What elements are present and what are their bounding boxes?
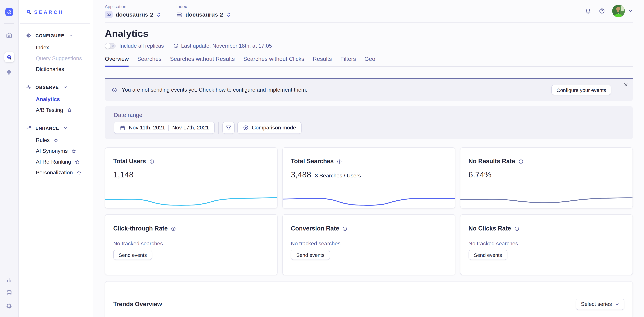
section-header-enhance[interactable]: ENHANCE [18, 125, 93, 132]
app-window: SEARCH CONFIGURE Index Que [0, 0, 644, 317]
play-circle-icon [243, 125, 249, 131]
section-label: OBSERVE [36, 85, 59, 90]
info-icon[interactable] [342, 226, 348, 232]
card-title: Total Users [113, 158, 146, 165]
star-icon [75, 159, 80, 164]
configure-events-button[interactable]: Configure your events [552, 85, 612, 95]
index-selector[interactable]: Index docusaurus-2 [176, 4, 231, 18]
recommend-lightbulb-icon[interactable] [6, 69, 12, 76]
close-icon[interactable] [624, 82, 628, 87]
star-icon [72, 148, 76, 154]
sidebar-item-dictionaries[interactable]: Dictionaries [36, 64, 93, 75]
database-icon[interactable] [6, 290, 12, 296]
select-updown-icon [156, 12, 162, 18]
sidebar-item-ab-testing[interactable]: A/B Testing [36, 105, 93, 116]
card-no-results-rate: No Results Rate 6.74% [460, 148, 633, 209]
tab-geo[interactable]: Geo [364, 56, 375, 66]
activity-icon [26, 84, 32, 90]
funnel-icon [226, 125, 232, 131]
chevron-down-icon [69, 34, 73, 38]
search-product-icon [6, 54, 12, 60]
sparkline-no-results-rate [460, 194, 632, 208]
star-icon [76, 170, 82, 175]
info-icon[interactable] [149, 159, 154, 164]
card-title: Click-through Rate [113, 225, 168, 232]
avatar[interactable] [612, 4, 625, 17]
sidebar-item-personalization[interactable]: Personalization [36, 167, 93, 178]
card-value: 3,488 [291, 170, 311, 180]
select-updown-icon [226, 12, 231, 18]
tab-searches-without-results[interactable]: Searches without Results [170, 56, 235, 66]
section-header-observe[interactable]: OBSERVE [18, 84, 93, 90]
sidebar-item-analytics[interactable]: Analytics [36, 94, 93, 105]
sidebar-item-rules[interactable]: Rules [36, 135, 93, 146]
event-cards-row: Click-through Rate No tracked searches S… [105, 214, 633, 275]
sparkline-total-users [105, 194, 278, 208]
tab-filters[interactable]: Filters [340, 56, 356, 66]
analytics-tabs: Overview Searches Searches without Resul… [105, 56, 633, 66]
sidebar-section-configure: CONFIGURE Index Query Suggestions Dictio… [18, 32, 93, 75]
application-badge: D2 [105, 11, 112, 18]
card-total-users: Total Users 1,148 [105, 148, 278, 209]
section-header-configure[interactable]: CONFIGURE [18, 32, 93, 39]
index-label: Index [176, 4, 231, 9]
info-icon[interactable] [337, 159, 342, 164]
info-icon[interactable] [514, 226, 520, 232]
home-icon[interactable] [6, 32, 12, 38]
empty-state-text: No tracked searches [113, 241, 269, 247]
sparkline-total-searches [283, 194, 455, 208]
product-logo-text: SEARCH [34, 9, 64, 15]
tab-results[interactable]: Results [313, 56, 332, 66]
replica-row: × Include all replicas Last update: Nove… [105, 43, 633, 49]
trends-overview-card: Trends Overview Select series [105, 281, 633, 317]
date-range-panel: Date range Nov 11th, 2021 Nov 17th, 2021 [105, 106, 633, 140]
stopwatch-icon [6, 10, 12, 14]
tab-searches-without-clicks[interactable]: Searches without Clicks [243, 56, 304, 66]
card-note: 3 Searches / Users [315, 173, 361, 179]
date-separator [168, 125, 169, 131]
application-selector[interactable]: Application D2 docusaurus-2 [105, 4, 162, 18]
send-events-button[interactable]: Send events [468, 250, 508, 260]
account-chevron-down-icon[interactable] [628, 8, 633, 13]
comparison-mode-button[interactable]: Comparison mode [237, 122, 302, 134]
card-title: No Results Rate [468, 158, 515, 165]
star-icon [54, 138, 58, 143]
vertical-divider [218, 122, 219, 134]
filter-button[interactable] [222, 122, 234, 134]
clock-icon [173, 43, 179, 49]
trending-up-icon [26, 126, 32, 131]
tab-searches[interactable]: Searches [137, 56, 162, 66]
include-replicas-label: Include all replicas [119, 43, 164, 49]
bell-icon[interactable] [585, 8, 591, 14]
sidebar-item-ai-re-ranking[interactable]: AI Re-Ranking [36, 156, 93, 167]
last-update-text: Last update: November 18th, at 17:05 [181, 43, 272, 49]
card-conversion-rate: Conversion Rate No tracked searches Send… [282, 214, 455, 275]
settings-gear-icon[interactable] [6, 303, 12, 310]
send-events-button[interactable]: Send events [113, 250, 152, 260]
chevron-down-icon [63, 85, 67, 89]
gear-icon [26, 33, 32, 38]
select-series-label: Select series [581, 301, 612, 307]
sidebar: SEARCH CONFIGURE Index Que [18, 0, 93, 317]
product-logo[interactable]: SEARCH [18, 8, 93, 16]
search-logo-icon [26, 9, 32, 14]
sidebar-item-ai-synonyms[interactable]: AI Synonyms [36, 146, 93, 156]
last-update: Last update: November 18th, at 17:05 [173, 43, 272, 49]
tab-overview[interactable]: Overview [105, 56, 129, 66]
sidebar-item-query-suggestions[interactable]: Query Suggestions [36, 53, 93, 64]
info-icon[interactable] [518, 159, 524, 164]
application-value: docusaurus-2 [116, 11, 153, 18]
include-replicas-toggle[interactable]: × [105, 43, 116, 49]
date-range-button[interactable]: Nov 11th, 2021 Nov 17th, 2021 [114, 122, 215, 134]
chevron-down-icon [64, 126, 68, 130]
timer-app-button[interactable] [5, 8, 13, 16]
sidebar-item-index[interactable]: Index [36, 42, 93, 53]
select-series-button[interactable]: Select series [576, 298, 624, 310]
card-total-searches: Total Searches 3,488 3 Searches / Users [282, 148, 455, 209]
send-events-button[interactable]: Send events [291, 250, 330, 260]
card-click-through-rate: Click-through Rate No tracked searches S… [105, 214, 278, 275]
help-icon[interactable] [599, 8, 605, 14]
search-product-button[interactable] [4, 52, 14, 62]
info-icon[interactable] [171, 226, 176, 232]
bar-chart-icon[interactable] [6, 276, 12, 283]
